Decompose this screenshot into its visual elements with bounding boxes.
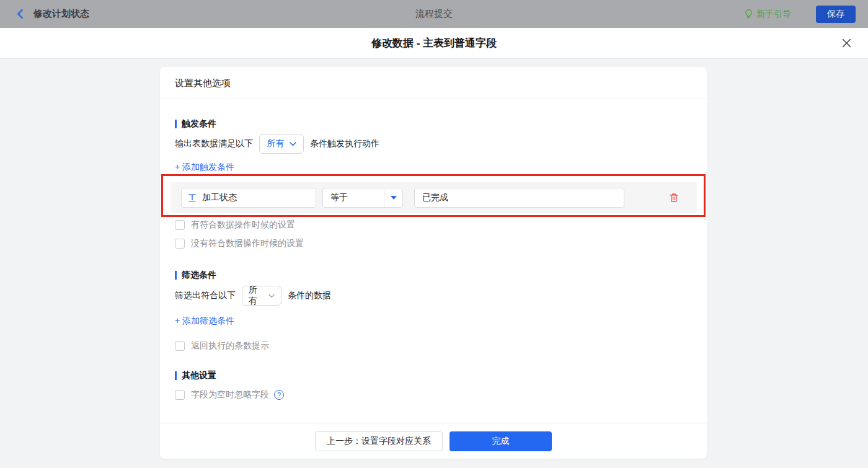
modal-header: 修改数据 - 主表到普通字段: [0, 28, 868, 59]
filter-sentence-suffix: 条件的数据: [288, 290, 331, 301]
trigger-sentence-suffix: 条件触发执行动作: [310, 138, 379, 149]
ignore-empty-checkbox[interactable]: [175, 390, 185, 400]
trigger-condition-sentence: 输出表数据满足以下 所有 条件触发执行动作: [175, 134, 692, 154]
topbar: 流程提交 修改计划状态 新手引导 保存: [0, 0, 868, 28]
trigger-match-select[interactable]: 所有: [259, 134, 304, 154]
operator-caret-button[interactable]: [384, 188, 402, 207]
condition-value-input[interactable]: 已完成: [414, 188, 624, 208]
trigger-sentence-prefix: 输出表数据满足以下: [175, 138, 253, 149]
page-title: 修改计划状态: [33, 8, 89, 20]
chevron-down-icon: [268, 294, 275, 298]
close-icon[interactable]: [839, 37, 853, 50]
help-icon[interactable]: ?: [274, 390, 284, 400]
condition-field-input[interactable]: 加工状态: [181, 188, 316, 208]
options-card: 设置其他选项 触发条件 输出表数据满足以下 所有 条件触发执行动作 + 添加触发…: [160, 67, 707, 459]
delete-condition-button[interactable]: [668, 192, 680, 203]
filter-match-select[interactable]: 所有: [242, 286, 281, 306]
text-field-icon: [188, 193, 197, 203]
previous-step-button[interactable]: 上一步：设置字段对应关系: [315, 431, 443, 451]
filter-section-title: 筛选条件: [175, 270, 692, 280]
condition-operator-select[interactable]: 等于: [322, 188, 403, 208]
save-button[interactable]: 保存: [816, 6, 856, 23]
checkbox-row-without-data: 没有符合数据操作时候的设置: [175, 239, 692, 249]
card-footer: 上一步：设置字段对应关系 完成: [160, 423, 707, 459]
modal-body: 设置其他选项 触发条件 输出表数据满足以下 所有 条件触发执行动作 + 添加触发…: [0, 59, 868, 468]
add-filter-condition-link[interactable]: + 添加筛选条件: [175, 316, 234, 325]
count-tip-checkbox[interactable]: [175, 341, 185, 351]
section-accent-bar: [175, 371, 177, 380]
modal-title: 修改数据 - 主表到普通字段: [371, 36, 497, 50]
add-trigger-condition-link[interactable]: + 添加触发条件: [175, 162, 234, 172]
without-data-checkbox[interactable]: [175, 239, 185, 249]
filter-sentence-prefix: 筛选出符合以下: [175, 290, 236, 301]
beginner-guide-link[interactable]: 新手引导: [744, 9, 791, 20]
section-accent-bar: [175, 271, 177, 280]
filter-condition-sentence: 筛选出符合以下 所有 条件的数据: [175, 286, 692, 306]
checkbox-row-with-data: 有符合数据操作时候的设置: [175, 220, 692, 230]
trigger-section-title: 触发条件: [175, 119, 692, 129]
beginner-guide-label: 新手引导: [756, 9, 791, 20]
back-icon[interactable]: [15, 8, 25, 20]
lightbulb-icon: [744, 9, 753, 19]
checkbox-row-ignore-empty: 字段为空时忽略字段 ?: [175, 390, 692, 400]
caret-down-icon: [391, 196, 397, 200]
section-accent-bar: [175, 120, 177, 128]
checkbox-row-count-tip: 返回执行的条数提示: [175, 341, 692, 351]
card-header: 设置其他选项: [160, 67, 707, 99]
other-section-title: 其他设置: [175, 371, 692, 381]
trash-icon: [668, 192, 680, 203]
done-button[interactable]: 完成: [450, 431, 552, 451]
flow-submit-title: 流程提交: [0, 8, 868, 20]
with-data-checkbox[interactable]: [175, 220, 185, 230]
trigger-condition-row: 加工状态 等于 已完成: [171, 182, 697, 213]
chevron-down-icon: [290, 142, 296, 146]
